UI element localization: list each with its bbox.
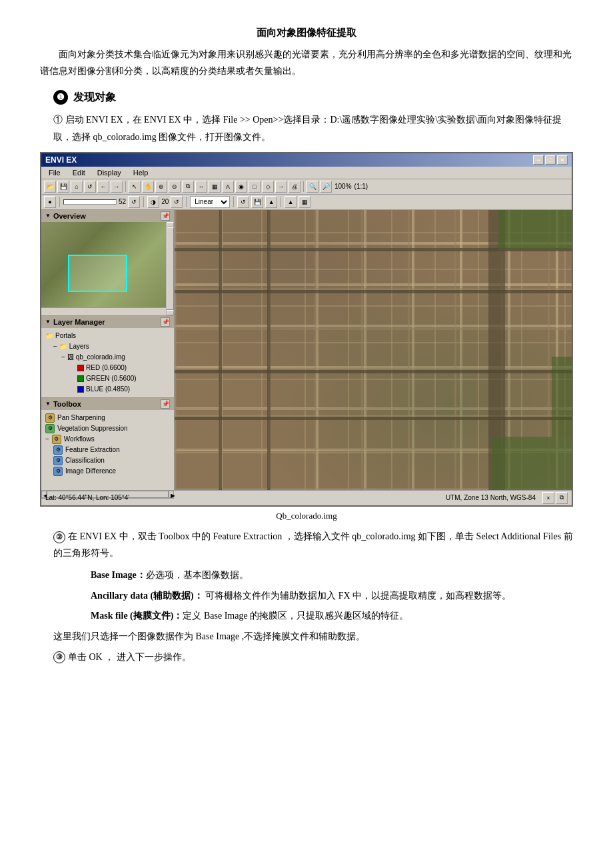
circle-tool[interactable]: ●: [44, 196, 56, 208]
stretch-slider[interactable]: [63, 199, 117, 205]
base-image-label: Base Image：: [91, 570, 146, 580]
folder-icon2: −: [53, 342, 57, 351]
mask-label: Mask file (掩膜文件)：: [91, 611, 183, 621]
overview-header[interactable]: ▼ Overview 📌: [41, 210, 174, 222]
zoom-ratio: (1:1): [354, 183, 368, 190]
contrast-button[interactable]: ◑: [147, 196, 159, 208]
step3-circle: ③: [53, 651, 65, 663]
refresh-button[interactable]: ↺: [84, 181, 96, 193]
envi-titlebar: ENVI EX − □ ×: [41, 153, 572, 167]
sep6: [233, 197, 234, 207]
overview-hscrollbar[interactable]: [41, 307, 166, 315]
zoom-plus-button[interactable]: 🔍: [306, 181, 318, 193]
overview-selection-rect: [68, 255, 128, 292]
main-view[interactable]: [175, 210, 572, 490]
menu-file[interactable]: File: [47, 168, 63, 177]
overview-vscrollbar[interactable]: [166, 222, 174, 315]
toolbox-pin[interactable]: 📌: [161, 399, 170, 409]
portals-item[interactable]: 📁 Portals: [45, 331, 170, 341]
status-close-button[interactable]: ×: [542, 492, 554, 504]
sep3: [59, 197, 60, 207]
toolbar-row2: ● 52 ↺ ◑ 20 ↺ Linear ↺ 💾 ▲ ▲ ▦: [41, 195, 572, 210]
polygon-button[interactable]: ◇: [262, 181, 274, 193]
layer-pin[interactable]: 📌: [161, 317, 170, 327]
step2-circle: ②: [53, 531, 65, 543]
minimize-button[interactable]: −: [533, 155, 544, 165]
green-label: GREEN (0.5600): [86, 374, 137, 383]
red-band-item[interactable]: RED (0.6600): [77, 363, 170, 373]
toolbox-pan-sharpening[interactable]: ⚙ Pan Sharpening: [45, 413, 170, 423]
workflows-icon: ⚙: [52, 435, 61, 444]
left-panel: ▼ Overview 📌: [41, 210, 175, 490]
image-difference-label: Image Difference: [65, 467, 116, 476]
pan-sharpening-label: Pan Sharpening: [57, 413, 105, 423]
measure-button[interactable]: ↔: [195, 181, 207, 193]
zoom-out-button[interactable]: ⊖: [169, 181, 181, 193]
square-button[interactable]: □: [249, 181, 261, 193]
toolbox-vegetation[interactable]: ⚙ Vegetation Suppression: [45, 423, 170, 434]
circle-button[interactable]: ◉: [235, 181, 247, 193]
zoom-home-button[interactable]: ⌂: [71, 181, 83, 193]
toolbox-classification[interactable]: ⚙ Classification: [53, 455, 170, 466]
toolbox-content: ⚙ Pan Sharpening ⚙ Vegetation Suppressio…: [41, 410, 174, 490]
toolbox-feature-extraction[interactable]: ⚙ Feature Extraction: [53, 445, 170, 455]
maximize-button[interactable]: □: [545, 155, 556, 165]
image-icon2: 🖼: [67, 353, 74, 362]
grid-button[interactable]: ▦: [299, 196, 310, 208]
feature-extraction-label: Feature Extraction: [65, 445, 120, 455]
image-item[interactable]: − 🖼 qb_colorado.img: [61, 352, 170, 363]
transparency-reset[interactable]: ↺: [171, 196, 183, 208]
blue-swatch: [77, 386, 84, 393]
open-button[interactable]: 📂: [44, 181, 56, 193]
status-buttons[interactable]: × ⧉: [542, 492, 568, 504]
back-button[interactable]: ←: [97, 181, 109, 193]
annotation-button[interactable]: A: [222, 181, 234, 193]
titlebar-controls[interactable]: − □ ×: [533, 155, 568, 165]
layer-triangle: ▼: [45, 319, 51, 325]
veg1: [498, 210, 572, 250]
road-h2: [175, 290, 572, 293]
toolbox-header[interactable]: ▼ Toolbox 📌: [41, 398, 174, 410]
menu-display[interactable]: Display: [95, 168, 123, 177]
north-button[interactable]: ▲: [285, 196, 297, 208]
reset-button[interactable]: ↺: [128, 196, 140, 208]
envi-menubar: File Edit Display Help: [41, 167, 572, 179]
zoom-minus-button[interactable]: 🔎: [320, 181, 332, 193]
toolbox-image-difference[interactable]: ⚙ Image Difference: [53, 466, 170, 477]
workflows-dash: −: [45, 435, 49, 444]
linear-select[interactable]: Linear: [190, 196, 230, 208]
layer-manager-section: ▼ Layer Manager 📌 📁 Portals − 📁 Layers: [41, 316, 174, 398]
folder-icon3: 📁: [59, 342, 67, 351]
blue-band-item[interactable]: BLUE (0.4850): [77, 384, 170, 395]
save-button[interactable]: 💾: [57, 181, 69, 193]
close-button[interactable]: ×: [557, 155, 568, 165]
section-number: ❶: [53, 90, 68, 105]
menu-help[interactable]: Help: [131, 168, 151, 177]
layers-item[interactable]: − 📁 Layers: [53, 341, 170, 352]
green-band-item[interactable]: GREEN (0.5600): [77, 373, 170, 384]
zoom-in-button[interactable]: ⊕: [155, 181, 167, 193]
zoom-extent-button[interactable]: ⧉: [182, 181, 194, 193]
toolbox-workflows[interactable]: − ⚙ Workflows: [45, 434, 170, 445]
overview-section: ▼ Overview 📌: [41, 210, 174, 316]
pan-button[interactable]: ✋: [142, 181, 154, 193]
roi-button[interactable]: ▦: [209, 181, 221, 193]
overview-pin[interactable]: 📌: [161, 211, 170, 221]
sep5: [186, 197, 187, 207]
mask-file-line: Mask file (掩膜文件)：定义 Base Image 的掩膜区，只提取感…: [53, 607, 573, 625]
print-button[interactable]: 🖨: [289, 181, 301, 193]
forward-button[interactable]: →: [111, 181, 123, 193]
stretch-value: 52: [119, 198, 126, 205]
save-view-button[interactable]: 💾: [251, 196, 263, 208]
status-expand-button[interactable]: ⧉: [556, 492, 568, 504]
folder-icon: 📁: [45, 331, 53, 341]
menu-edit[interactable]: Edit: [71, 168, 87, 177]
status-coords: Lat: 40°56.44"N, Lon: 105°4': [45, 494, 439, 501]
apply-button[interactable]: ↺: [237, 196, 249, 208]
cursor-button[interactable]: ↖: [129, 181, 141, 193]
vscroll-thumb[interactable]: [167, 227, 174, 310]
layers-button[interactable]: ▲: [265, 196, 277, 208]
layer-manager-header[interactable]: ▼ Layer Manager 📌: [41, 316, 174, 328]
arrow-button[interactable]: →: [275, 181, 287, 193]
base-image-text: 必选项，基本图像数据。: [146, 570, 249, 580]
